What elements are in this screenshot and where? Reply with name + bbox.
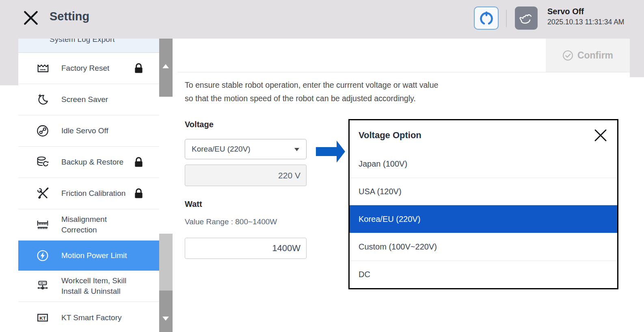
sidebar-item-misalignment-correction[interactable]: MisalignmentCorrection: [18, 209, 159, 241]
tools-icon: [35, 186, 50, 201]
svg-text:KT: KT: [39, 315, 46, 321]
page-title: Setting: [50, 10, 89, 23]
left-margin-strip: [0, 39, 18, 85]
sidebar-item-label: System Log Export: [50, 39, 159, 45]
voltage-option-custom[interactable]: Custom (100V~220V): [350, 233, 617, 260]
voltage-value-field[interactable]: [185, 165, 307, 186]
popup-header: Voltage Option: [350, 120, 617, 150]
sidebar-item-label: Screen Saver: [61, 94, 108, 105]
factory-icon: [35, 61, 50, 76]
close-icon: [22, 9, 39, 26]
power-bolt-icon: [35, 248, 50, 263]
watt-label: Watt: [185, 200, 202, 209]
voltage-option-popup: Voltage Option Japan (100V) USA (120V) K…: [348, 119, 618, 289]
pointer-arrow-icon: [316, 140, 346, 163]
sidebar-item-factory-reset[interactable]: Factory Reset: [18, 53, 159, 84]
voltage-option-usa[interactable]: USA (120V): [350, 178, 617, 205]
confirm-label: Confirm: [577, 50, 613, 61]
voltage-option-korea-eu[interactable]: Korea/EU (220V): [350, 205, 617, 233]
sidebar-item-label: Idle Servo Off: [61, 126, 108, 136]
popup-title: Voltage Option: [359, 130, 421, 141]
sidebar-item-backup-restore[interactable]: Backup & Restore: [18, 147, 159, 178]
scrollbar-thumb[interactable]: [159, 234, 173, 291]
sidebar-item-system-log-export[interactable]: System Log Export: [18, 39, 159, 53]
close-button[interactable]: [22, 8, 40, 28]
popup-close-button[interactable]: [593, 128, 608, 143]
gripper-status-button[interactable]: [474, 7, 499, 30]
sidebar-scrollbar: [159, 39, 173, 332]
scrollbar-down-button[interactable]: [159, 291, 173, 332]
sidebar-item-screen-saver[interactable]: Screen Saver: [18, 84, 159, 115]
ruler-icon: [35, 217, 50, 232]
sidebar-item-label: KT Smart Factory: [61, 312, 122, 323]
servo-status: Servo Off: [547, 7, 584, 16]
voltage-dropdown[interactable]: Korea/EU (220V): [185, 139, 307, 159]
lock-icon: [134, 63, 144, 74]
main-panel: Confirm To ensure stable robot operation…: [177, 39, 630, 332]
watt-value-field[interactable]: [185, 238, 307, 259]
sidebar-item-label: Factory Reset: [61, 63, 109, 74]
sidebar-item-label: MisalignmentCorrection: [61, 214, 107, 235]
sidebar-item-kt-smart-factory[interactable]: KT KT Smart Factory: [18, 302, 159, 332]
sidebar-item-workcell-install[interactable]: Workcell Item, SkillInstall & Uninstall: [18, 271, 159, 302]
hand-guide-button[interactable]: [515, 7, 538, 30]
scrollbar-up-button[interactable]: [159, 39, 173, 97]
voltage-option-dc[interactable]: DC: [350, 260, 617, 288]
joint-circle-icon: [35, 124, 50, 138]
sidebar-item-friction-calibration[interactable]: Friction Calibration: [18, 178, 159, 209]
database-restore-icon: [35, 155, 50, 169]
description-text: To ensure stable robot operation, enter …: [185, 78, 438, 105]
sidebar-item-idle-servo-off[interactable]: Idle Servo Off: [18, 115, 159, 147]
header-bar: Setting Servo Off 2025.10.13 11:31:34 AM: [0, 0, 644, 39]
sidebar-item-label: Motion Power Limit: [61, 250, 127, 261]
voltage-label: Voltage: [185, 120, 214, 129]
gripper-icon: [478, 10, 495, 26]
sidebar-item-label: Workcell Item, SkillInstall & Uninstall: [61, 276, 126, 297]
timestamp: 2025.10.13 11:31:34 AM: [547, 18, 624, 26]
confirm-button[interactable]: Confirm: [546, 39, 630, 72]
sidebar-item-motion-power-limit[interactable]: Motion Power Limit: [18, 241, 159, 271]
settings-menu-list: System Log Export Factory Reset Screen S…: [18, 39, 159, 332]
star-moon-icon: [35, 92, 50, 107]
watt-range-hint: Value Range : 800~1400W: [185, 217, 277, 226]
check-circle-icon: [562, 50, 573, 61]
lock-icon: [134, 156, 144, 168]
sidebar-item-label: Friction Calibration: [61, 188, 125, 199]
voltage-option-japan[interactable]: Japan (100V): [350, 150, 617, 178]
chevron-down-icon: [294, 148, 299, 151]
header-divider: [506, 10, 507, 27]
right-margin-strip: [630, 39, 644, 77]
scroll-up-icon: [162, 64, 169, 68]
scroll-down-icon: [162, 317, 169, 321]
panel-toolbar: Confirm: [177, 39, 630, 72]
sidebar-item-label: Backup & Restore: [61, 157, 123, 167]
workcell-tree-icon: [35, 279, 50, 293]
lock-icon: [134, 188, 144, 200]
voltage-dropdown-value: Korea/EU (220V): [192, 145, 251, 154]
settings-menu: System Log Export Factory Reset Screen S…: [18, 39, 173, 332]
setting-screen: Setting Servo Off 2025.10.13 11:31:34 AM: [0, 0, 644, 332]
hand-gesture-icon: [518, 10, 534, 26]
kt-box-icon: KT: [35, 310, 50, 325]
close-icon: [593, 128, 608, 143]
